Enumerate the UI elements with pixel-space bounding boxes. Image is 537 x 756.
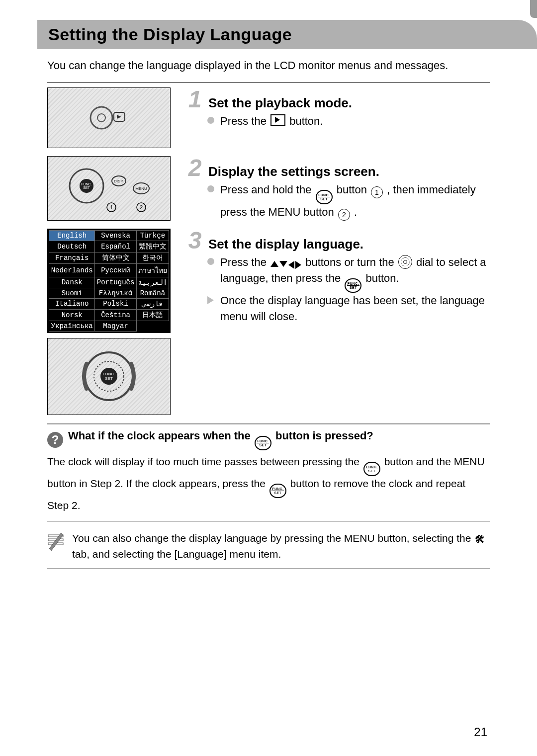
language-cell: Polski bbox=[95, 298, 136, 309]
svg-text:SET: SET bbox=[105, 376, 113, 381]
language-cell: Magyar bbox=[95, 321, 136, 331]
language-cell: ภาษาไทย bbox=[136, 263, 169, 277]
dial-icon bbox=[398, 255, 412, 269]
language-cell: Deutsch bbox=[49, 241, 95, 252]
step-3: EnglishSvenskaTürkçeDeutschEspañol繁體中文Fr… bbox=[47, 229, 490, 415]
func-set-icon: FUNC.SET bbox=[363, 462, 380, 476]
menu-label: MENU bbox=[454, 456, 485, 467]
language-cell: 日本語 bbox=[136, 309, 169, 321]
step-heading-3: Set the display language. bbox=[208, 237, 363, 252]
func-set-icon: FUNC.SET bbox=[345, 278, 361, 293]
illustration-settings: FUNC. SET DISP. MENU 1 2 bbox=[47, 156, 171, 221]
svg-text:FUNC.: FUNC. bbox=[103, 372, 115, 376]
circled-1-icon: 1 bbox=[371, 186, 383, 198]
language-cell: 简体中文 bbox=[95, 252, 136, 263]
step2-bullet: Press and hold the FUNC.SET button 1 , t… bbox=[207, 182, 490, 221]
language-cell bbox=[136, 321, 169, 331]
pencil-icon bbox=[47, 531, 64, 551]
menu-label: MENU bbox=[268, 206, 301, 218]
dpad-arrows-icon bbox=[270, 261, 301, 269]
language-cell: Português bbox=[95, 277, 136, 288]
language-cell: Nederlands bbox=[49, 263, 95, 277]
question-body: The clock will display if too much time … bbox=[47, 454, 490, 519]
language-cell: Čeština bbox=[95, 309, 136, 321]
step-1: 1 Set the playback mode. Press the butto… bbox=[47, 87, 490, 148]
func-set-icon: FUNC.SET bbox=[316, 190, 333, 204]
step3-bullet: Press the buttons or turn the dial to se… bbox=[207, 254, 490, 293]
language-cell: 한국어 bbox=[136, 252, 169, 263]
func-set-icon: FUNC.SET bbox=[269, 484, 286, 498]
step-number-1: 1 bbox=[186, 87, 203, 111]
language-cell: فارسی bbox=[136, 298, 169, 309]
language-cell: Svenska bbox=[95, 230, 136, 241]
section-title-bar: Setting the Display Language bbox=[37, 20, 537, 49]
question-heading: What if the clock appears when the FUNC.… bbox=[68, 429, 373, 450]
circled-2-icon: 2 bbox=[338, 209, 350, 221]
language-cell: Română bbox=[136, 288, 169, 298]
language-cell: Français bbox=[49, 252, 95, 263]
svg-text:SET: SET bbox=[83, 186, 90, 189]
question-mark-icon: ? bbox=[47, 432, 63, 448]
language-cell: English bbox=[49, 230, 95, 241]
play-icon bbox=[270, 114, 285, 126]
section-title: Setting the Display Language bbox=[48, 25, 537, 44]
svg-text:DISP.: DISP. bbox=[114, 179, 124, 183]
step-heading-1: Set the playback mode. bbox=[208, 95, 352, 111]
svg-text:MENU: MENU bbox=[135, 186, 147, 191]
language-cell: 繁體中文 bbox=[136, 241, 169, 252]
separator bbox=[47, 82, 490, 83]
step-2: FUNC. SET DISP. MENU 1 2 bbox=[47, 156, 490, 221]
language-cell: Suomi bbox=[49, 288, 95, 298]
thumb-tab bbox=[530, 0, 537, 18]
func-set-icon: FUNC.SET bbox=[255, 436, 271, 450]
intro-text: You can change the language displayed in… bbox=[47, 58, 490, 73]
language-cell: Italiano bbox=[49, 298, 95, 309]
step-number-3: 3 bbox=[186, 229, 203, 252]
note-text: You can also change the display language… bbox=[72, 531, 490, 562]
language-menu-screenshot: EnglishSvenskaTürkçeDeutschEspañol繁體中文Fr… bbox=[47, 229, 171, 333]
svg-marker-3 bbox=[117, 115, 121, 119]
illustration-playback bbox=[47, 87, 171, 148]
note-box: You can also change the display language… bbox=[47, 524, 490, 569]
language-cell: Español bbox=[95, 241, 136, 252]
step3-result: Once the display language has been set, … bbox=[207, 293, 490, 325]
language-cell: Norsk bbox=[49, 309, 95, 321]
svg-text:1: 1 bbox=[110, 204, 113, 210]
menu-label: MENU bbox=[344, 532, 375, 544]
illustration-dial: FUNC. SET bbox=[47, 338, 171, 415]
svg-point-0 bbox=[90, 107, 112, 129]
svg-point-1 bbox=[97, 114, 105, 122]
language-cell: Українська bbox=[49, 321, 95, 331]
language-cell: Ελληνικά bbox=[95, 288, 136, 298]
language-cell: العربية bbox=[136, 277, 169, 288]
page-number: 21 bbox=[474, 725, 487, 739]
question-box: ? What if the clock appears when the FUN… bbox=[47, 423, 490, 522]
svg-text:FUNC.: FUNC. bbox=[81, 182, 91, 186]
step1-bullet: Press the button. bbox=[207, 113, 490, 129]
step-number-2: 2 bbox=[186, 156, 203, 180]
svg-text:2: 2 bbox=[140, 204, 143, 210]
language-cell: Русский bbox=[95, 263, 136, 277]
language-cell: Dansk bbox=[49, 277, 95, 288]
language-cell: Türkçe bbox=[136, 230, 169, 241]
tools-tab-icon: 🛠 bbox=[475, 532, 485, 547]
step-heading-2: Display the settings screen. bbox=[208, 164, 379, 179]
